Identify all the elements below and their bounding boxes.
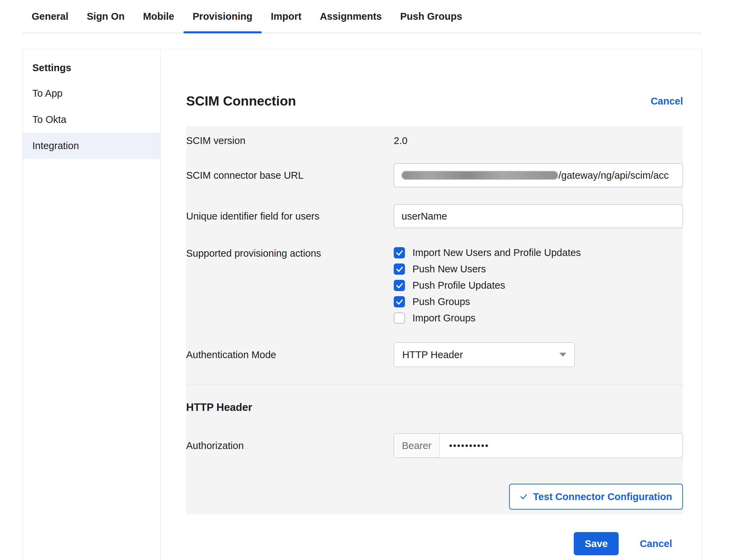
tab-push-groups[interactable]: Push Groups bbox=[391, 0, 471, 33]
test-connector-button[interactable]: Test Connector Configuration bbox=[509, 484, 683, 510]
base-url-visible-text: /gateway/ng/api/scim/acc bbox=[558, 170, 669, 181]
redaction-bar bbox=[402, 171, 558, 180]
action-label: Push Profile Updates bbox=[412, 280, 505, 291]
title-row: SCIM Connection Cancel bbox=[186, 94, 683, 109]
auth-mode-select[interactable]: HTTP Header bbox=[394, 342, 575, 367]
cancel-link-bottom[interactable]: Cancel bbox=[640, 538, 672, 549]
sidebar-item-integration[interactable]: Integration bbox=[23, 133, 160, 159]
provisioning-card: Settings To App To Okta Integration SCIM… bbox=[22, 49, 702, 560]
check-icon bbox=[396, 283, 403, 288]
scim-version-value: 2.0 bbox=[394, 135, 683, 146]
action-row-push-new-users: Push New Users bbox=[394, 263, 683, 275]
test-connector-label: Test Connector Configuration bbox=[533, 491, 672, 502]
auth-mode-row: Authentication Mode HTTP Header bbox=[186, 342, 683, 367]
unique-id-value: userName bbox=[402, 211, 447, 222]
action-row-import-groups: Import Groups bbox=[394, 313, 683, 324]
checkbox-push-groups[interactable] bbox=[394, 296, 405, 307]
auth-mode-label: Authentication Mode bbox=[186, 349, 394, 361]
checkbox-import-new-users[interactable] bbox=[394, 247, 405, 258]
save-button[interactable]: Save bbox=[574, 532, 619, 555]
main-content: SCIM Connection Cancel SCIM version 2.0 … bbox=[161, 49, 702, 560]
provisioning-actions-row: Supported provisioning actions Import Ne… bbox=[186, 247, 683, 329]
cancel-link-top[interactable]: Cancel bbox=[651, 96, 683, 107]
unique-id-row: Unique identifier field for users userNa… bbox=[186, 204, 683, 228]
base-url-input[interactable]: /gateway/ng/api/scim/acc bbox=[394, 163, 683, 187]
provisioning-actions-list: Import New Users and Profile Updates Pus… bbox=[394, 247, 683, 329]
action-label: Push New Users bbox=[412, 263, 486, 275]
http-header-heading: HTTP Header bbox=[186, 401, 683, 414]
page-title: SCIM Connection bbox=[186, 94, 296, 109]
base-url-label: SCIM connector base URL bbox=[186, 170, 394, 181]
sidebar-item-to-okta[interactable]: To Okta bbox=[23, 107, 160, 133]
scim-settings-panel: SCIM version 2.0 SCIM connector base URL… bbox=[186, 126, 683, 514]
check-icon bbox=[396, 250, 403, 256]
tab-import[interactable]: Import bbox=[262, 0, 311, 33]
unique-id-input[interactable]: userName bbox=[394, 204, 683, 228]
checkbox-import-groups[interactable] bbox=[394, 313, 405, 324]
checkbox-push-new-users[interactable] bbox=[394, 263, 405, 275]
action-label: Import New Users and Profile Updates bbox=[412, 247, 581, 258]
save-row: Save Cancel bbox=[186, 532, 683, 555]
action-label: Push Groups bbox=[412, 296, 470, 307]
authorization-input-group: Bearer •••••••••• bbox=[394, 433, 683, 458]
tab-provisioning[interactable]: Provisioning bbox=[183, 0, 262, 33]
base-url-row: SCIM connector base URL /gateway/ng/api/… bbox=[186, 163, 683, 187]
provisioning-actions-label: Supported provisioning actions bbox=[186, 247, 394, 259]
action-label: Import Groups bbox=[412, 313, 475, 324]
scim-version-row: SCIM version 2.0 bbox=[186, 135, 683, 146]
section-divider bbox=[186, 385, 683, 385]
check-icon bbox=[520, 494, 527, 500]
settings-sidebar: Settings To App To Okta Integration bbox=[23, 49, 161, 560]
tab-assignments[interactable]: Assignments bbox=[311, 0, 391, 33]
auth-mode-selected-value: HTTP Header bbox=[402, 349, 463, 361]
scim-version-label: SCIM version bbox=[186, 135, 394, 146]
authorization-label: Authorization bbox=[186, 440, 394, 451]
action-row-push-profile-updates: Push Profile Updates bbox=[394, 280, 683, 291]
check-icon bbox=[396, 299, 403, 305]
token-input[interactable]: •••••••••• bbox=[440, 434, 489, 458]
tab-mobile[interactable]: Mobile bbox=[134, 0, 183, 33]
action-row-push-groups: Push Groups bbox=[394, 296, 683, 307]
tab-general[interactable]: General bbox=[22, 0, 78, 33]
authorization-row: Authorization Bearer •••••••••• bbox=[186, 433, 683, 458]
check-icon bbox=[396, 267, 403, 272]
chevron-down-icon bbox=[559, 353, 566, 357]
unique-id-label: Unique identifier field for users bbox=[186, 211, 394, 222]
sidebar-item-to-app[interactable]: To App bbox=[23, 80, 160, 107]
test-connector-row: Test Connector Configuration bbox=[186, 484, 683, 512]
app-tabbar: General Sign On Mobile Provisioning Impo… bbox=[22, 0, 702, 33]
tab-sign-on[interactable]: Sign On bbox=[78, 0, 134, 33]
bearer-prefix: Bearer bbox=[394, 434, 440, 458]
checkbox-push-profile-updates[interactable] bbox=[394, 280, 405, 291]
sidebar-title: Settings bbox=[23, 60, 160, 80]
action-row-import-new-users: Import New Users and Profile Updates bbox=[394, 247, 683, 258]
